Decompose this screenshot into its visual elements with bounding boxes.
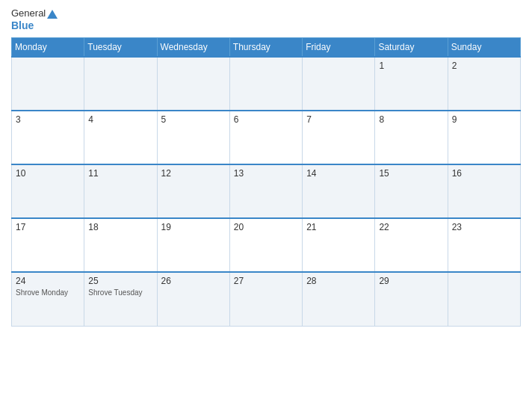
- week-row-1: 12: [12, 57, 521, 111]
- calendar-header: General Blue: [11, 7, 521, 31]
- header-friday: Friday: [303, 38, 375, 58]
- week-row-3: 10111213141516: [12, 164, 521, 218]
- calendar-cell: 4: [84, 111, 157, 164]
- calendar-cell: [229, 57, 302, 111]
- calendar-cell: [448, 272, 520, 326]
- logo-general-text: General: [11, 7, 58, 19]
- calendar-cell: 7: [303, 111, 375, 164]
- day-number: 21: [306, 222, 371, 232]
- day-number: 8: [379, 114, 443, 125]
- calendar-body: 123456789101112131415161718192021222324S…: [12, 57, 521, 326]
- day-number: 9: [452, 114, 516, 125]
- calendar-cell: 28: [303, 272, 375, 326]
- calendar-cell: 10: [12, 164, 84, 218]
- calendar-cell: [12, 57, 84, 111]
- day-number: 7: [306, 114, 371, 125]
- day-number: 22: [379, 222, 443, 232]
- day-number: 14: [306, 168, 371, 179]
- calendar-cell: 20: [229, 218, 302, 272]
- day-number: 25: [88, 276, 152, 286]
- calendar-cell: 15: [375, 164, 448, 218]
- calendar-cell: 1: [375, 57, 448, 111]
- calendar-cell: 5: [157, 111, 229, 164]
- header-monday: Monday: [12, 38, 84, 58]
- day-number: 2: [452, 61, 516, 71]
- day-event: Shrove Monday: [16, 288, 80, 297]
- day-number: 15: [379, 168, 443, 179]
- calendar-cell: 3: [12, 111, 84, 164]
- calendar-cell: 9: [448, 111, 520, 164]
- day-number: 17: [16, 222, 80, 232]
- header-thursday: Thursday: [229, 38, 302, 58]
- weekday-header-row: Monday Tuesday Wednesday Thursday Friday…: [12, 38, 521, 58]
- week-row-4: 17181920212223: [12, 218, 521, 272]
- day-event: Shrove Tuesday: [88, 288, 152, 297]
- day-number: 26: [161, 276, 226, 286]
- day-number: 29: [379, 276, 443, 286]
- day-number: 28: [306, 276, 371, 286]
- day-number: 20: [234, 222, 298, 232]
- day-number: 11: [88, 168, 152, 179]
- calendar-cell: 29: [375, 272, 448, 326]
- calendar-header-row: Monday Tuesday Wednesday Thursday Friday…: [12, 38, 521, 58]
- day-number: 27: [234, 276, 298, 286]
- calendar-cell: 22: [375, 218, 448, 272]
- day-number: 23: [452, 222, 516, 232]
- calendar-cell: 18: [84, 218, 157, 272]
- header-wednesday: Wednesday: [157, 38, 229, 58]
- calendar-cell: [84, 57, 157, 111]
- calendar-cell: 14: [303, 164, 375, 218]
- calendar-cell: 21: [303, 218, 375, 272]
- day-number: 12: [161, 168, 226, 179]
- calendar-cell: 17: [12, 218, 84, 272]
- day-number: 4: [88, 114, 152, 125]
- calendar-cell: [303, 57, 375, 111]
- calendar-cell: 11: [84, 164, 157, 218]
- day-number: 18: [88, 222, 152, 232]
- day-number: 3: [16, 114, 80, 125]
- day-number: 24: [16, 276, 80, 286]
- calendar-table: Monday Tuesday Wednesday Thursday Friday…: [11, 37, 521, 327]
- calendar-cell: 8: [375, 111, 448, 164]
- logo: General Blue: [11, 7, 58, 31]
- header-sunday: Sunday: [448, 38, 520, 58]
- day-number: 10: [16, 168, 80, 179]
- calendar-cell: 12: [157, 164, 229, 218]
- calendar-cell: 13: [229, 164, 302, 218]
- week-row-2: 3456789: [12, 111, 521, 164]
- header-tuesday: Tuesday: [84, 38, 157, 58]
- day-number: 6: [234, 114, 298, 125]
- calendar-cell: [157, 57, 229, 111]
- header-saturday: Saturday: [375, 38, 448, 58]
- calendar-cell: 19: [157, 218, 229, 272]
- day-number: 19: [161, 222, 226, 232]
- calendar-cell: 24Shrove Monday: [12, 272, 84, 326]
- week-row-5: 24Shrove Monday25Shrove Tuesday26272829: [12, 272, 521, 326]
- day-number: 1: [379, 61, 443, 71]
- calendar-cell: 27: [229, 272, 302, 326]
- day-number: 13: [234, 168, 298, 179]
- calendar-cell: 6: [229, 111, 302, 164]
- day-number: 5: [161, 114, 226, 125]
- calendar-cell: 26: [157, 272, 229, 326]
- calendar-cell: 2: [448, 57, 520, 111]
- calendar-container: General Blue Monday Tuesday Wednesday Th…: [0, 0, 532, 411]
- calendar-cell: 23: [448, 218, 520, 272]
- calendar-cell: 16: [448, 164, 520, 218]
- logo-triangle-icon: [47, 10, 58, 19]
- logo-blue-text: Blue: [11, 19, 34, 32]
- day-number: 16: [452, 168, 516, 179]
- calendar-cell: 25Shrove Tuesday: [84, 272, 157, 326]
